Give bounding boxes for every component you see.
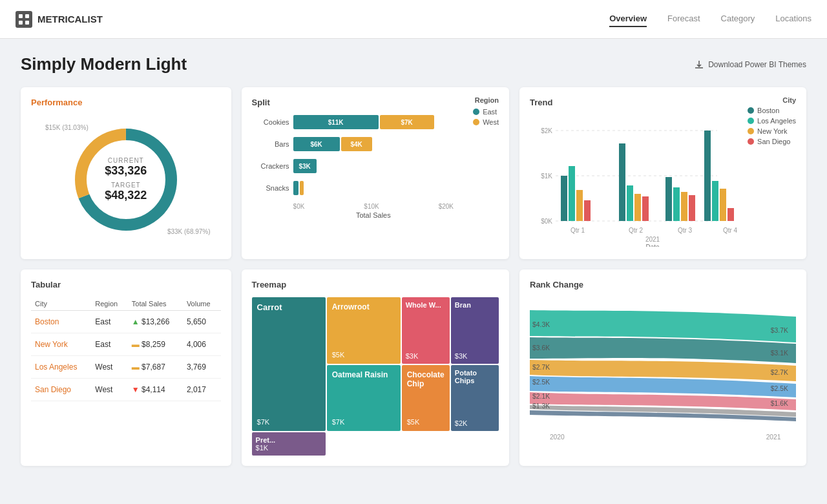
rank-change-title: Rank Change	[530, 280, 796, 289]
table-header-row: City Region Total Sales Volume	[31, 297, 221, 311]
svg-text:$3.7K: $3.7K	[771, 327, 788, 334]
trend-legend: Boston Los Angeles New York San Diego	[748, 107, 796, 145]
bar-cookies: Cookies $11K $7K	[252, 115, 454, 129]
east-dot	[473, 109, 479, 115]
trend-flat-icon: ▬	[132, 340, 140, 349]
svg-text:$2.7K: $2.7K	[532, 364, 550, 371]
svg-rect-26	[712, 181, 718, 221]
region-east2: East	[91, 333, 127, 356]
download-button[interactable]: Download Power BI Themes	[694, 59, 806, 70]
table-row: New York East ▬ $8,259 4,006	[31, 333, 221, 356]
donut-chart: CURRENT $33,326 TARGET $48,322	[31, 115, 221, 244]
bar-bars: Bars $6K $4K	[252, 137, 454, 151]
nav-category[interactable]: Category	[721, 11, 755, 27]
tm-potatochips: Potato Chips $2K	[451, 365, 499, 432]
performance-title: Performance	[31, 98, 221, 107]
tm-carrot: Carrot $7K	[252, 297, 326, 431]
svg-text:$4.3K: $4.3K	[532, 321, 550, 328]
vol-la: 3,769	[183, 356, 221, 379]
tm-oatmeal: Oatmeal Raisin $7K	[327, 365, 401, 432]
svg-text:2021: 2021	[766, 434, 781, 441]
tabular-table: City Region Total Sales Volume Boston Ea…	[31, 297, 221, 401]
page-content: Simply Modern Light Download Power BI Th…	[0, 39, 827, 492]
svg-text:$2.5K: $2.5K	[771, 385, 788, 392]
svg-rect-28	[728, 208, 734, 221]
treemap-title: Treemap	[252, 280, 499, 289]
sales-la: ▬ $7,687	[128, 356, 183, 379]
tm-arrowroot: Arrowroot $5K	[327, 297, 401, 364]
col-region: Region	[91, 297, 127, 311]
col-city: City	[31, 297, 91, 311]
table-row: Boston East ▲ $13,266 5,650	[31, 311, 221, 333]
bar-crackers: Crackers $3K	[252, 159, 454, 173]
svg-text:2020: 2020	[550, 434, 565, 441]
city-boston[interactable]: Boston	[31, 311, 91, 333]
svg-text:$2.5K: $2.5K	[532, 379, 550, 386]
tm-bran: Bran $3K	[451, 297, 499, 364]
svg-text:Qtr 2: Qtr 2	[629, 227, 644, 234]
nav-overview[interactable]: Overview	[609, 11, 647, 27]
page-title: Simply Modern Light	[21, 54, 187, 74]
svg-text:2021: 2021	[645, 236, 660, 243]
svg-rect-2	[19, 21, 23, 25]
svg-text:$2K: $2K	[541, 127, 552, 134]
tabular-card: Tabular City Region Total Sales Volume B…	[21, 269, 231, 466]
west-label: West	[483, 118, 499, 126]
city-newyork[interactable]: New York	[31, 333, 91, 356]
svg-text:$3.1K: $3.1K	[771, 350, 788, 357]
svg-rect-21	[665, 177, 672, 221]
trend-title: Trend	[530, 98, 796, 107]
svg-rect-3	[25, 21, 29, 25]
svg-rect-18	[627, 185, 633, 221]
col-volume: Volume	[183, 297, 221, 311]
region-east: East	[91, 311, 127, 333]
trend-card: Trend City Boston Los Angeles New York S	[519, 87, 806, 259]
svg-text:Qtr 1: Qtr 1	[571, 227, 585, 234]
treemap-grid: Carrot $7K Arrowroot $5K Whole W... $3K …	[252, 297, 499, 456]
row-2: Tabular City Region Total Sales Volume B…	[21, 269, 806, 466]
city-la[interactable]: Los Angeles	[31, 356, 91, 379]
svg-rect-24	[689, 195, 695, 221]
svg-rect-17	[619, 143, 625, 221]
tabular-title: Tabular	[31, 280, 221, 289]
svg-rect-15	[576, 190, 583, 221]
svg-text:Qtr 3: Qtr 3	[678, 227, 693, 234]
row-1: Performance $15K (31.03%) CURRENT $33,32…	[21, 87, 806, 259]
svg-rect-0	[19, 14, 23, 18]
legend-west: West	[473, 118, 499, 126]
svg-rect-16	[584, 200, 591, 221]
city-sandiego[interactable]: San Diego	[31, 379, 91, 401]
rank-change-card: Rank Change $4.3K $3.6K	[519, 269, 806, 466]
nav-forecast[interactable]: Forecast	[667, 11, 700, 27]
tm-pret: Pret... $1K	[252, 432, 326, 456]
split-title: Split	[252, 98, 499, 107]
performance-card: Performance $15K (31.03%) CURRENT $33,32…	[21, 87, 231, 259]
split-legend: East West	[473, 108, 499, 126]
rank-change-svg: $4.3K $3.6K $2.7K $2.5K $2.1K $1.3K $3.7…	[530, 297, 796, 446]
donut-note-bottom: $33K (68.97%)	[167, 228, 211, 235]
split-bars: Cookies $11K $7K Bars $6K $4K Crac	[252, 115, 454, 195]
legend-la: Los Angeles	[748, 117, 796, 125]
region-label: Region	[475, 96, 499, 104]
tm-wholewheat: Whole W... $3K	[402, 297, 450, 364]
svg-rect-27	[720, 189, 726, 221]
region-west: West	[91, 356, 127, 379]
sales-boston: ▲ $13,266	[128, 311, 183, 333]
table-row: San Diego West ▼ $4,114 2,017	[31, 379, 221, 401]
svg-rect-19	[634, 194, 641, 221]
download-label: Download Power BI Themes	[708, 60, 806, 69]
split-card: Split Region East West Cookies $11K	[242, 87, 509, 259]
logo-icon	[16, 11, 32, 28]
svg-text:$2.1K: $2.1K	[532, 393, 550, 400]
target-value: $48,322	[105, 189, 147, 202]
split-xaxis: $0K $10K $20K	[293, 203, 454, 210]
legend-sd: San Diego	[748, 138, 796, 145]
trend-down-icon: ▼	[132, 385, 140, 394]
east-label: East	[483, 108, 497, 116]
nav-links: Overview Forecast Category Locations	[609, 11, 811, 27]
vol-ny: 4,006	[183, 333, 221, 356]
legend-east: East	[473, 108, 499, 116]
nav-locations[interactable]: Locations	[775, 11, 811, 27]
logo-area: METRICALIST	[16, 11, 103, 28]
svg-text:Qtr 4: Qtr 4	[723, 227, 738, 234]
